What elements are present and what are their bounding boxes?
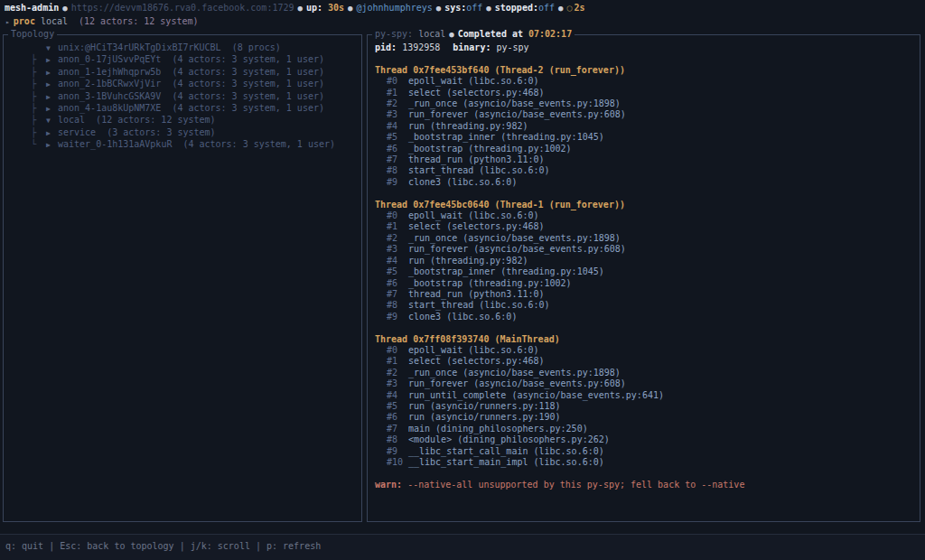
topology-tree-row[interactable]: ├▶anon_4-1au8kUpNM7XE(4 actors: 3 system…: [11, 103, 361, 115]
warn-line: warn: --native-all unsupported by this p…: [375, 480, 920, 490]
frame-function: epoll_wait (libc.so.6:0): [408, 210, 539, 220]
frame-function: select (selectors.py:468): [408, 356, 545, 366]
thread-block: Thread 0x7ff08f393740 (MainThread) #0epo…: [375, 334, 920, 469]
stack-frame: #5run (asyncio/runners.py:118): [375, 401, 920, 412]
stack-frame-list: #0epoll_wait (libc.so.6:0) #1select (sel…: [375, 210, 920, 322]
frame-function: run (threading.py:982): [408, 256, 528, 266]
tree-connector: ├: [31, 79, 46, 89]
stack-frame-list: #0epoll_wait (libc.so.6:0) #1select (sel…: [375, 76, 920, 188]
frame-function: run (threading.py:982): [408, 121, 528, 131]
uptime-label: up:: [306, 3, 322, 13]
stack-frame: #3run_forever (asyncio/base_events.py:60…: [375, 109, 920, 120]
tree-expand-icon[interactable]: ▶: [46, 104, 58, 115]
node-actor-summary: (3 actors: 3 system): [107, 127, 215, 137]
tree-expand-icon[interactable]: ▶: [46, 55, 58, 66]
pid-value: 1392958: [402, 42, 440, 52]
binary-value: py-spy: [496, 42, 528, 52]
topology-tree-row[interactable]: ├▼local(12 actors: 12 system): [11, 115, 361, 126]
topology-tree-row[interactable]: ├▶anon_3-1BVuhcGSKA9V(4 actors: 3 system…: [11, 91, 361, 103]
stack-frame: #4run (threading.py:982): [375, 121, 920, 132]
main-panels: Topology ▼unix:@HCiT34rURkTgDixBI7rKUCBL…: [3, 34, 920, 522]
frame-function: main (dining_philosophers.py:250): [408, 424, 588, 434]
stack-frame: #4run_until_complete (asyncio/base_event…: [375, 390, 920, 401]
frame-function: start_thread (libc.so.6:0): [408, 165, 550, 175]
frame-number: #8: [387, 300, 408, 311]
keybinding-help-text: q: quit | Esc: back to topology | j/k: s…: [5, 541, 321, 551]
stack-frame: #7thread_run (python3.11:0): [375, 289, 920, 300]
frame-number: #5: [387, 266, 408, 277]
topology-panel: Topology ▼unix:@HCiT34rURkTgDixBI7rKUCBL…: [3, 34, 362, 522]
stack-frame: #4run (threading.py:982): [375, 256, 920, 266]
frame-function: _run_once (asyncio/base_events.py:1898): [408, 98, 621, 108]
frame-number: #4: [387, 256, 408, 266]
separator-dot: ●: [555, 4, 566, 13]
frame-number: #0: [387, 345, 408, 356]
pid-label: pid:: [375, 42, 397, 52]
tree-expand-icon[interactable]: ▶: [46, 92, 58, 103]
frame-number: #2: [387, 98, 408, 109]
tree-expand-icon[interactable]: ▶: [46, 79, 58, 90]
stopped-value: off: [538, 3, 555, 13]
stack-frame: #5_bootstrap_inner (threading.py:1045): [375, 266, 920, 277]
frame-number: #4: [387, 121, 408, 132]
pyspy-panel-title: py-spy: local●Completed at 07:02:17: [372, 29, 575, 40]
separator-dot: ●: [59, 4, 70, 13]
tree-connector: └: [31, 139, 46, 150]
frame-number: #0: [387, 76, 408, 87]
pid-line: pid: 1392958binary: py-spy: [375, 42, 920, 53]
stack-frame: #2_run_once (asyncio/base_events.py:1898…: [375, 368, 920, 378]
node-name: anon_0-17jUSvvPqEYt: [58, 54, 161, 64]
frame-number: #6: [387, 412, 408, 423]
frame-number: #9: [387, 177, 408, 188]
node-name: unix:@HCiT34rURkTgDixBI7rKUCBL: [58, 42, 221, 52]
app-name: mesh-admin: [5, 3, 59, 13]
node-name: anon_2-1bBCRwxVjVir: [58, 79, 161, 89]
topology-tree-row[interactable]: └▶waiter_0-1h131aAVpkuR(4 actors: 3 syst…: [11, 139, 361, 151]
tree-expand-icon[interactable]: ▶: [46, 140, 58, 151]
selected-proc-line: ▸proclocal(12 actors: 12 system): [0, 16, 925, 28]
top-status-bar: mesh-admin●https://devvm18676.rva0.faceb…: [0, 0, 925, 14]
stack-frame: #1select (selectors.py:468): [375, 356, 920, 367]
node-actor-summary: (4 actors: 3 system, 1 user): [182, 139, 335, 149]
stack-frame: #10__libc_start_main_impl (libc.so.6:0): [375, 457, 920, 468]
stack-frame: #3run_forever (asyncio/base_events.py:60…: [375, 244, 920, 255]
topology-tree-row[interactable]: ├▶service(3 actors: 3 system): [11, 127, 361, 139]
stack-frame: #0epoll_wait (libc.so.6:0): [375, 76, 920, 87]
frame-function: __libc_start_call_main (libc.so.6:0): [408, 446, 604, 456]
stack-frame: #9__libc_start_call_main (libc.so.6:0): [375, 446, 920, 457]
separator-dot: ●: [294, 4, 305, 13]
topology-panel-title: Topology: [8, 29, 57, 40]
frame-function: __libc_start_main_impl (libc.so.6:0): [408, 457, 604, 467]
frame-number: #2: [387, 233, 408, 244]
topology-tree-row[interactable]: ├▶anon_0-17jUSvvPqEYt(4 actors: 3 system…: [11, 54, 361, 66]
tree-connector: ├: [31, 115, 46, 126]
node-actor-summary: (4 actors: 3 system, 1 user): [172, 91, 324, 101]
frame-function: select (selectors.py:468): [408, 88, 545, 98]
stack-frame: #7main (dining_philosophers.py:250): [375, 424, 920, 434]
frame-number: #4: [387, 390, 408, 401]
tree-expand-icon[interactable]: ▼: [46, 116, 58, 126]
frame-function: epoll_wait (libc.so.6:0): [408, 76, 539, 86]
frame-number: #8: [387, 165, 408, 176]
topology-tree-row[interactable]: ├▶anon_2-1bBCRwxVjVir(4 actors: 3 system…: [11, 79, 361, 90]
topology-tree-row[interactable]: ▼unix:@HCiT34rURkTgDixBI7rKUCBL(8 procs): [11, 42, 361, 54]
node-name: waiter_0-1h131aAVpkuR: [58, 139, 172, 149]
proc-summary: (12 actors: 12 system): [68, 16, 198, 26]
topology-tree-row[interactable]: ├▶anon_1-1ejhWhqprw5b(4 actors: 3 system…: [11, 67, 361, 79]
node-name: anon_1-1ejhWhqprw5b: [58, 67, 161, 77]
separator-dot: ●: [344, 4, 356, 13]
tree-expand-icon[interactable]: ▶: [46, 68, 58, 79]
tree-expand-icon[interactable]: ▼: [46, 43, 58, 54]
tree-expand-icon[interactable]: ▶: [46, 128, 58, 139]
frame-number: #6: [387, 278, 408, 289]
stack-frame: #0epoll_wait (libc.so.6:0): [375, 345, 920, 356]
pyspy-output[interactable]: pid: 1392958binary: py-spy Thread 0x7fee…: [368, 35, 920, 490]
node-actor-summary: (4 actors: 3 system, 1 user): [172, 67, 324, 77]
stack-frame: #3run_forever (asyncio/base_events.py:60…: [375, 378, 920, 389]
collapse-arrow-icon[interactable]: ▸: [5, 18, 14, 26]
pyspy-panel: py-spy: local●Completed at 07:02:17 pid:…: [367, 34, 920, 522]
frame-number: #3: [387, 378, 408, 389]
frame-number: #5: [387, 401, 408, 412]
topology-tree[interactable]: ▼unix:@HCiT34rURkTgDixBI7rKUCBL(8 procs)…: [4, 35, 361, 152]
proc-label: proc: [14, 16, 35, 26]
